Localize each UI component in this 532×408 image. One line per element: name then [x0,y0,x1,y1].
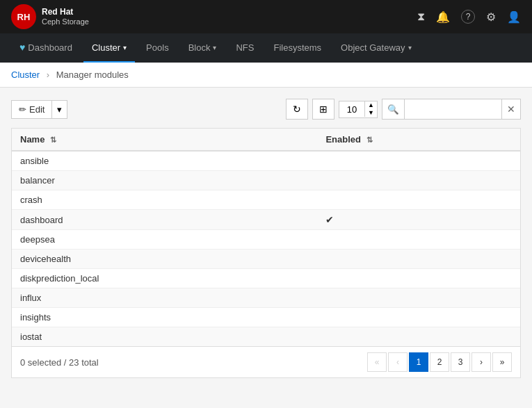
enabled-sort-icon: ⇅ [366,136,373,144]
column-header-name[interactable]: Name ⇅ [12,129,317,151]
cell-enabled [317,171,520,190]
block-caret-icon: ▾ [213,44,216,51]
edit-button[interactable]: ✏ Edit [11,100,52,119]
table-header-row: Name ⇅ Enabled ⇅ [12,129,520,151]
help-icon[interactable]: ? [461,10,475,24]
redhat-logo: RH [11,4,36,29]
cell-name: ansible [12,151,317,171]
table-row[interactable]: influx [12,288,520,308]
dashboard-icon: ♥ [19,42,25,53]
table-row[interactable]: devicehealth [12,250,520,269]
column-name-label: Name [20,134,45,145]
cell-enabled [317,190,520,210]
cell-enabled [317,250,520,269]
top-navbar: RH Red Hat Ceph Storage ⧗ 🔔 ? ⚙ 👤 [0,0,532,33]
selection-info: 0 selected / 23 total [20,357,99,368]
object-gateway-caret-icon: ▾ [408,44,412,51]
brand-logo: RH Red Hat Ceph Storage [11,4,89,29]
breadcrumb: Cluster › Manager modules [0,63,532,88]
subnav-item-object-gateway[interactable]: Object Gateway ▾ [332,33,420,63]
toolbar: ✏ Edit ▾ ↻ ⊞ ▲ ▼ 🔍 ✕ [11,99,521,120]
cell-enabled [317,327,520,347]
page-size-arrows: ▲ ▼ [364,101,377,117]
cell-name: dashboard [12,210,317,230]
subnav-label-nfs: NFS [236,42,254,53]
cell-name: deepsea [12,230,317,250]
task-icon[interactable]: ⧗ [417,10,425,23]
search-button[interactable]: 🔍 [382,99,404,120]
table-row[interactable]: deepsea [12,230,520,250]
subnav-item-cluster[interactable]: Cluster ▾ [83,33,135,63]
breadcrumb-separator: › [47,70,49,80]
search-input[interactable] [404,99,501,120]
settings-icon[interactable]: ⚙ [486,10,496,24]
subnav-label-object-gateway: Object Gateway [341,42,405,53]
column-enabled-label: Enabled [325,134,361,145]
table-row[interactable]: balancer [12,171,520,190]
bell-icon[interactable]: 🔔 [436,10,450,24]
subnav-item-block[interactable]: Block ▾ [180,33,225,63]
page-size-control: ▲ ▼ [339,101,378,118]
page-size-input[interactable] [339,101,364,117]
edit-dropdown-toggle[interactable]: ▾ [52,100,67,119]
edit-button-group: ✏ Edit ▾ [11,100,67,119]
search-group: 🔍 ✕ [382,99,521,120]
cell-name: devicehealth [12,250,317,269]
pagination-last[interactable]: » [492,352,512,372]
subnav-label-cluster: Cluster [92,42,120,53]
svg-text:RH: RH [17,12,31,22]
cell-name: insights [12,308,317,327]
cell-name: iostat [12,327,317,347]
cell-enabled: ✔ [317,210,520,230]
cluster-caret-icon: ▾ [123,44,127,51]
cell-name: diskprediction_local [12,269,317,288]
pagination-first[interactable]: « [367,352,387,372]
subnav-label-block: Block [188,42,211,53]
table-row[interactable]: dashboard✔ [12,210,520,230]
table-body: ansiblebalancercrashdashboard✔deepseadev… [12,151,520,346]
pagination-page-3[interactable]: 3 [451,352,470,372]
cell-enabled [317,288,520,308]
enabled-check-icon: ✔ [325,214,334,225]
page-size-up[interactable]: ▲ [365,101,377,109]
name-sort-icon: ⇅ [50,136,56,144]
cell-enabled [317,230,520,250]
pagination-page-2[interactable]: 2 [430,352,449,372]
subnav-item-filesystems[interactable]: Filesystems [265,33,330,63]
cell-name: balancer [12,171,317,190]
subnav-label-pools: Pools [146,42,169,53]
table-row[interactable]: diskprediction_local [12,269,520,288]
pagination-next[interactable]: › [471,352,491,372]
subnav-item-pools[interactable]: Pools [138,33,177,63]
breadcrumb-parent[interactable]: Cluster [11,70,40,80]
table-row[interactable]: ansible [12,151,520,171]
pagination-page-1[interactable]: 1 [409,352,428,372]
grid-view-button[interactable]: ⊞ [312,99,334,120]
cell-enabled [317,269,520,288]
brand-line2: Ceph Storage [42,17,89,26]
subnav: ♥ Dashboard Cluster ▾ Pools Block ▾ NFS … [0,33,532,63]
user-icon[interactable]: 👤 [507,10,521,24]
table-row[interactable]: iostat [12,327,520,347]
table-row[interactable]: insights [12,308,520,327]
table-row[interactable]: crash [12,190,520,210]
search-clear-button[interactable]: ✕ [501,99,521,120]
navbar-icons: ⧗ 🔔 ? ⚙ 👤 [417,10,521,24]
cell-enabled [317,308,520,327]
subnav-item-nfs[interactable]: NFS [227,33,262,63]
edit-label: Edit [29,104,45,115]
subnav-item-dashboard[interactable]: ♥ Dashboard [11,33,81,63]
column-header-enabled[interactable]: Enabled ⇅ [317,129,520,151]
refresh-button[interactable]: ↻ [286,99,308,120]
pagination: « ‹ 1 2 3 › » [367,352,512,372]
breadcrumb-current: Manager modules [56,70,129,80]
brand-line1: Red Hat [42,7,89,17]
page-size-down[interactable]: ▼ [365,109,377,117]
subnav-label-dashboard: Dashboard [28,42,72,53]
subnav-label-filesystems: Filesystems [273,42,321,53]
cell-enabled [317,151,520,171]
manager-modules-table: Name ⇅ Enabled ⇅ ansiblebalancercrashdas… [11,128,521,378]
pagination-prev[interactable]: ‹ [388,352,408,372]
cell-name: crash [12,190,317,210]
pencil-icon: ✏ [19,104,26,115]
